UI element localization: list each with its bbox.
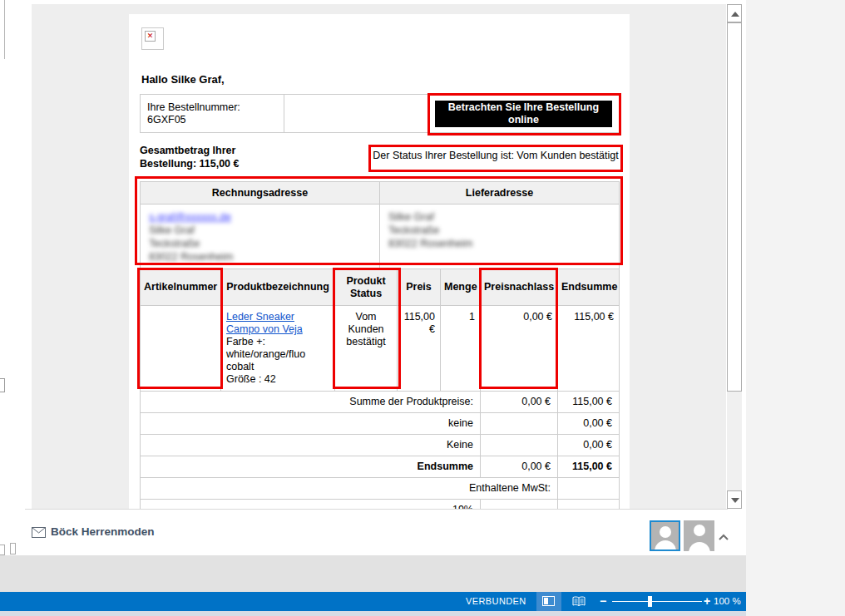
product-row: Leder Sneaker Campo von Veja Farbe +: wh… bbox=[141, 306, 620, 392]
summary-row-vat-rate: 19% bbox=[141, 500, 620, 510]
summary-row-mwst: Enthaltene MwSt: bbox=[141, 478, 620, 500]
billing-address-line: Teckstraße bbox=[149, 237, 371, 250]
col-header-produkt-status: Produkt Status bbox=[335, 269, 398, 306]
shipping-address-line: Teckstraße bbox=[388, 224, 610, 237]
col-header-preis: Preis bbox=[398, 269, 441, 306]
col-header-menge: Menge bbox=[441, 269, 481, 306]
scrollbar-thumb[interactable] bbox=[727, 22, 742, 392]
billing-address-line: 83022 Rosenheim bbox=[149, 250, 371, 264]
summary-total bbox=[558, 500, 620, 510]
summary-label: keine bbox=[141, 413, 481, 435]
summary-row: Summe der Produktpreise: 0,00 € 115,00 € bbox=[141, 392, 620, 413]
view-order-online-link[interactable]: Betrachten Sie Ihre Bestellung online bbox=[435, 101, 612, 127]
col-header-artikelnummer: Artikelnummer bbox=[141, 269, 221, 306]
view-online-cell: Betrachten Sie Ihre Bestellung online bbox=[428, 95, 620, 133]
summary-discount: 0,00 € bbox=[481, 456, 558, 478]
shipping-address-cell: Silke Graf Teckstraße 83022 Rosenheim bbox=[380, 205, 620, 270]
people-pane-divider bbox=[25, 509, 728, 510]
order-number-cell: Ihre Bestellnummer: 6GXF05 bbox=[141, 95, 284, 133]
order-number-value: 6GXF05 bbox=[147, 114, 277, 126]
avatar-selected[interactable] bbox=[650, 520, 680, 551]
cell-menge: 1 bbox=[441, 306, 481, 392]
summary-total: 0,00 € bbox=[558, 435, 620, 456]
zoom-level[interactable]: 100 % bbox=[714, 592, 741, 611]
shipping-address-line: Silke Graf bbox=[388, 210, 610, 224]
cell-produkt-status: Vom Kunden bestätigt bbox=[335, 306, 398, 392]
person-silhouette-icon bbox=[660, 526, 671, 538]
product-detail-line: white/orange/fluo cobalt bbox=[226, 348, 329, 373]
left-pane-edge bbox=[4, 0, 5, 59]
scrollbar-up-button[interactable] bbox=[727, 4, 742, 22]
product-detail-line: Größe : 42 bbox=[226, 373, 329, 386]
arrow-down-icon bbox=[731, 498, 739, 503]
people-pane-collapse-button[interactable] bbox=[718, 530, 729, 545]
summary-label: Keine bbox=[141, 435, 481, 456]
product-table-header-row: Artikelnummer Produktbezeichnung Produkt… bbox=[141, 269, 620, 306]
broken-image-icon: ✕ bbox=[141, 27, 164, 50]
summary-label: Enthaltene MwSt: bbox=[141, 478, 558, 500]
zoom-slider-handle[interactable] bbox=[648, 596, 652, 607]
bottom-strip bbox=[0, 611, 746, 616]
summary-row: keine 0,00 € bbox=[141, 413, 620, 435]
billing-email-link[interactable]: s.graf@xxxxxx.de bbox=[149, 210, 371, 224]
summary-row-endsumme: Endsumme 0,00 € 115,00 € bbox=[141, 456, 620, 478]
zoom-out-button[interactable]: − bbox=[600, 592, 606, 611]
order-number-table: Ihre Bestellnummer: 6GXF05 Betrachten Si… bbox=[140, 94, 620, 133]
billing-address-header: Rechnungsadresse bbox=[141, 182, 380, 205]
billing-address-cell: s.graf@xxxxxx.de Silke Graf Teckstraße 8… bbox=[141, 205, 380, 270]
vertical-scrollbar[interactable] bbox=[727, 4, 742, 509]
col-header-preisnachlass: Preisnachlass bbox=[481, 269, 558, 306]
connection-status: VERBUNDEN bbox=[466, 592, 526, 611]
right-side-panel bbox=[746, 0, 845, 616]
person-silhouette-icon bbox=[689, 542, 710, 551]
summary-discount bbox=[481, 500, 558, 510]
order-number-label: Ihre Bestellnummer: bbox=[147, 101, 277, 114]
person-silhouette-icon bbox=[655, 540, 676, 551]
left-pane-fragment bbox=[0, 378, 5, 392]
broken-image-x-icon: ✕ bbox=[145, 31, 156, 42]
cell-preis: 115,00 € bbox=[398, 306, 441, 392]
order-status-line: Der Status Ihrer Bestellung ist: Vom Kun… bbox=[371, 145, 620, 171]
summary-discount bbox=[481, 413, 558, 435]
summary-total: 115,00 € bbox=[558, 456, 620, 478]
zoom-in-button[interactable]: + bbox=[704, 592, 710, 611]
summary-label: Summe der Produktpreise: bbox=[141, 392, 481, 413]
email-body: ✕ Hallo Silke Graf, Ihre Bestellnummer: … bbox=[129, 14, 630, 509]
summary-total: 115,00 € bbox=[558, 392, 620, 413]
left-pane-fragment bbox=[0, 545, 5, 555]
bottom-gray-band bbox=[0, 555, 746, 592]
summary-label: Endsumme bbox=[141, 456, 481, 478]
reading-view-icon bbox=[572, 596, 586, 607]
summary-discount bbox=[481, 435, 558, 456]
normal-view-icon bbox=[542, 596, 555, 606]
col-header-endsumme: Endsumme bbox=[558, 269, 620, 306]
outlook-reading-pane-window: ✕ Hallo Silke Graf, Ihre Bestellnummer: … bbox=[0, 0, 845, 616]
empty-cell bbox=[284, 95, 428, 133]
status-bar: VERBUNDEN − + 100 % bbox=[0, 592, 746, 611]
col-header-produktbezeichnung: Produktbezeichnung bbox=[221, 269, 335, 306]
sender-name: Böck Herrenmoden bbox=[51, 525, 155, 538]
summary-row: Keine 0,00 € bbox=[141, 435, 620, 456]
summary-total bbox=[558, 478, 620, 500]
product-detail-line: Farbe +: bbox=[226, 336, 329, 348]
shipping-address-header: Lieferadresse bbox=[380, 182, 620, 205]
person-silhouette-icon bbox=[694, 525, 705, 536]
reading-view-button[interactable] bbox=[568, 592, 590, 611]
email-message-background: ✕ Hallo Silke Graf, Ihre Bestellnummer: … bbox=[32, 4, 726, 509]
summary-total: 0,00 € bbox=[558, 413, 620, 435]
avatar[interactable] bbox=[684, 520, 714, 551]
normal-view-button[interactable] bbox=[536, 592, 561, 611]
product-link[interactable]: Leder Sneaker Campo von Veja bbox=[226, 311, 303, 335]
cell-artikelnummer bbox=[141, 306, 221, 392]
address-table: Rechnungsadresse Lieferadresse s.graf@xx… bbox=[140, 181, 620, 270]
billing-address-line: Silke Graf bbox=[149, 224, 371, 237]
envelope-icon bbox=[32, 526, 46, 541]
scrollbar-down-button[interactable] bbox=[727, 490, 742, 509]
summary-label: 19% bbox=[141, 500, 481, 510]
summary-discount: 0,00 € bbox=[481, 392, 558, 413]
order-total-label: Gesamtbetrag Ihrer Bestellung: 115,00 € bbox=[140, 144, 273, 170]
shipping-address-line: 83022 Rosenheim bbox=[388, 237, 610, 250]
left-pane-fragment bbox=[10, 543, 16, 554]
cell-produktbezeichnung: Leder Sneaker Campo von Veja Farbe +: wh… bbox=[221, 306, 335, 392]
zoom-slider-track[interactable] bbox=[612, 601, 702, 602]
